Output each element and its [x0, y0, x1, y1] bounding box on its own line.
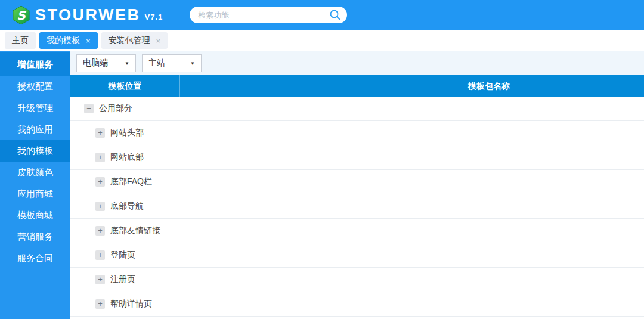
- device-select[interactable]: 电脑端 ▼: [76, 54, 136, 72]
- tabbar: 主页 我的模板 × 安装包管理 ×: [0, 30, 644, 51]
- template-tree: − 公用部分 + 网站头部 + 网站底部 + 底部FAQ栏 + 底部导航: [70, 97, 644, 319]
- tree-row-help-detail-page[interactable]: + 帮助详情页: [70, 292, 644, 317]
- tab-label: 我的模板: [47, 35, 80, 46]
- row-label: 底部友情链接: [110, 225, 160, 236]
- sidebar-item-skin-colors[interactable]: 皮肤颜色: [0, 162, 70, 183]
- tab-home[interactable]: 主页: [5, 32, 36, 49]
- tab-label: 主页: [12, 35, 29, 46]
- sidebar-item-upgrade-management[interactable]: 升级管理: [0, 97, 70, 119]
- row-label: 网站底部: [110, 152, 144, 163]
- search-icon[interactable]: [329, 9, 341, 21]
- logo-title: STOURWEB: [35, 7, 141, 23]
- sidebar-item-my-templates[interactable]: 我的模板: [0, 140, 70, 162]
- sidebar-item-marketing-services[interactable]: 营销服务: [0, 226, 70, 247]
- tab-package-management[interactable]: 安装包管理 ×: [101, 32, 168, 49]
- tab-label: 安装包管理: [109, 35, 150, 46]
- expand-icon[interactable]: +: [95, 177, 105, 187]
- row-label: 注册页: [110, 274, 135, 285]
- table-header: 模板位置 模板包名称: [70, 75, 644, 97]
- topbar: S STOURWEB V7.1: [0, 0, 644, 30]
- expand-icon[interactable]: +: [95, 202, 105, 211]
- sidebar-item-app-store[interactable]: 应用商城: [0, 183, 70, 205]
- app-window: S STOURWEB V7.1 主页 我的模板 × 安装包管理 ×: [0, 0, 644, 319]
- tree-row-site-footer[interactable]: + 网站底部: [70, 145, 644, 170]
- caret-down-icon: ▼: [190, 61, 195, 66]
- tree-row-footer-faq[interactable]: + 底部FAQ栏: [70, 170, 644, 194]
- row-label: 底部导航: [110, 201, 144, 212]
- site-select-value: 主站: [148, 58, 165, 69]
- row-label: 网站头部: [110, 128, 144, 138]
- main-panel: 电脑端 ▼ 主站 ▼ 模板位置 模板包名称 − 公用部分 +: [70, 51, 644, 319]
- expand-icon[interactable]: +: [95, 299, 105, 309]
- device-select-value: 电脑端: [83, 58, 108, 69]
- site-select[interactable]: 主站 ▼: [142, 54, 202, 72]
- content-area: 增值服务 授权配置 升级管理 我的应用 我的模板 皮肤颜色 应用商城 模板商城 …: [0, 51, 644, 319]
- search-box[interactable]: [190, 7, 347, 23]
- tab-my-templates[interactable]: 我的模板 ×: [39, 32, 98, 49]
- logo: S STOURWEB V7.1: [12, 5, 163, 25]
- sidebar-item-service-contract[interactable]: 服务合同: [0, 247, 70, 269]
- search-input[interactable]: [198, 11, 329, 20]
- expand-icon[interactable]: +: [95, 226, 105, 236]
- row-label: 帮助详情页: [110, 299, 152, 309]
- column-header-template-position: 模板位置: [70, 75, 179, 97]
- caret-down-icon: ▼: [125, 61, 129, 66]
- collapse-icon[interactable]: −: [84, 104, 94, 113]
- tree-row-footer-links[interactable]: + 底部友情链接: [70, 219, 644, 243]
- sidebar-item-license-config[interactable]: 授权配置: [0, 76, 70, 97]
- column-header-template-package-name: 模板包名称: [180, 75, 644, 97]
- tree-row-register-page[interactable]: + 注册页: [70, 268, 644, 292]
- logo-version: V7.1: [145, 13, 163, 21]
- filter-toolbar: 电脑端 ▼ 主站 ▼: [70, 51, 644, 75]
- row-label: 登陆页: [110, 250, 135, 261]
- tree-row-login-page[interactable]: + 登陆页: [70, 243, 644, 268]
- row-label: 公用部分: [99, 103, 132, 114]
- sidebar-item-my-apps[interactable]: 我的应用: [0, 119, 70, 140]
- expand-icon[interactable]: +: [95, 128, 105, 138]
- sidebar: 增值服务 授权配置 升级管理 我的应用 我的模板 皮肤颜色 应用商城 模板商城 …: [0, 51, 70, 319]
- row-label: 底部FAQ栏: [110, 176, 152, 187]
- close-icon[interactable]: ×: [86, 37, 91, 45]
- expand-icon[interactable]: +: [95, 153, 105, 162]
- sidebar-section-value-added-services[interactable]: 增值服务: [0, 52, 70, 76]
- expand-icon[interactable]: +: [95, 250, 105, 260]
- tree-row-common-section[interactable]: − 公用部分: [70, 97, 644, 121]
- expand-icon[interactable]: +: [95, 275, 105, 284]
- svg-text:S: S: [17, 8, 26, 22]
- close-icon[interactable]: ×: [156, 37, 161, 45]
- sidebar-item-template-store[interactable]: 模板商城: [0, 205, 70, 226]
- logo-gem-icon: S: [12, 5, 30, 25]
- tree-row-site-header[interactable]: + 网站头部: [70, 121, 644, 145]
- tree-row-footer-nav[interactable]: + 底部导航: [70, 194, 644, 219]
